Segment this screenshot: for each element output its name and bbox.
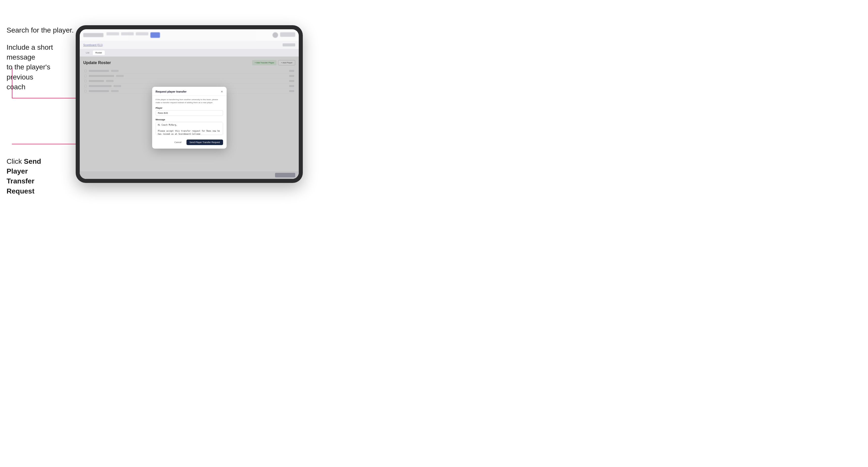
tablet-device: Scoreboard (511) List Roster Update Rost… [76, 25, 303, 183]
app-header [80, 29, 299, 41]
tablet-screen: Scoreboard (511) List Roster Update Rost… [80, 29, 299, 179]
arrow-line-1 [12, 68, 12, 98]
send-transfer-button[interactable]: Send Player Transfer Request [186, 139, 223, 145]
cancel-button[interactable]: Cancel [171, 140, 184, 145]
tab-inactive-1: List [83, 51, 92, 55]
logo [83, 33, 103, 37]
modal-overlay: Request player transfer × If the player … [80, 57, 299, 179]
header-right [273, 32, 295, 38]
annotation-search: Search for the player. [6, 25, 74, 35]
annotation-click: Click Send PlayerTransfer Request [6, 156, 62, 196]
nav-item-2 [121, 32, 134, 35]
player-input[interactable] [156, 110, 223, 116]
annotation-message: Include a short messageto the player's p… [6, 42, 72, 92]
nav-item-active [150, 32, 160, 38]
nav-item-3 [136, 32, 148, 35]
annotation-click-bold: Send PlayerTransfer Request [6, 157, 41, 195]
tab-bar: List Roster [80, 49, 299, 57]
nav-item-1 [106, 32, 119, 35]
player-label: Player [156, 107, 223, 109]
close-icon[interactable]: × [221, 90, 223, 93]
avatar [273, 32, 278, 38]
modal-description: If the player is transferring from anoth… [156, 98, 223, 104]
modal-body: If the player is transferring from anoth… [152, 96, 226, 149]
message-label: Message [156, 118, 223, 121]
header-btn [280, 32, 295, 37]
breadcrumb-text: Scoreboard (511) [83, 44, 103, 46]
modal-dialog: Request player transfer × If the player … [152, 87, 226, 149]
breadcrumb-bar: Scoreboard (511) [80, 41, 299, 49]
nav-items [106, 32, 270, 38]
breadcrumb-right [283, 43, 295, 46]
modal-footer: Cancel Send Player Transfer Request [156, 139, 223, 145]
modal-header: Request player transfer × [152, 87, 226, 96]
tab-active: Roster [93, 51, 105, 55]
message-textarea[interactable]: Hi Coach McHarg, Please accept this tran… [156, 122, 223, 135]
main-content: Update Roster + Add Transfer Player + Ad… [80, 57, 299, 179]
modal-title: Request player transfer [156, 90, 187, 93]
